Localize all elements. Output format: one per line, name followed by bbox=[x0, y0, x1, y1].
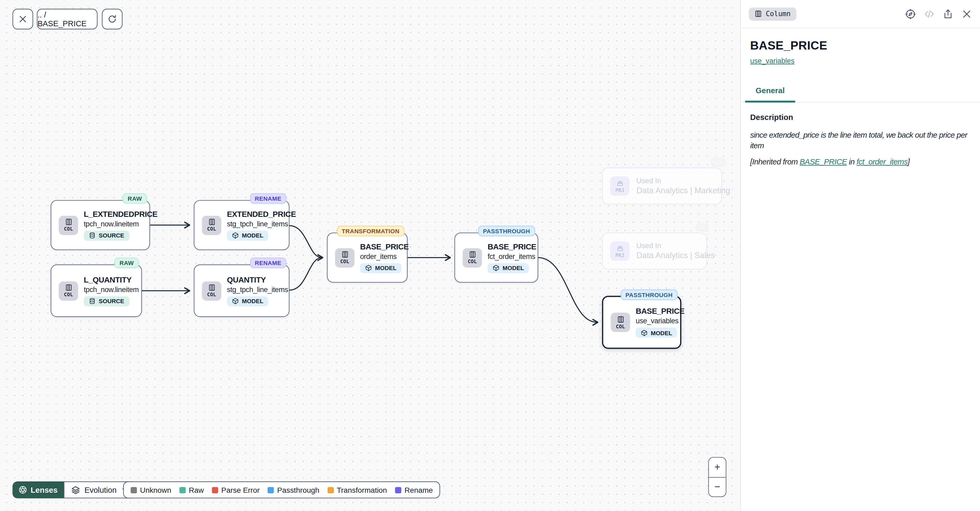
lineage-legend: Unknown Raw Parse Error Passthrough Tran… bbox=[123, 481, 440, 498]
panel-title: BASE_PRICE bbox=[750, 39, 971, 53]
ghost-node-label: Used In bbox=[636, 242, 715, 249]
ghost-node-used-in-sales[interactable]: PRJ Used In Data Analytics | Sales bbox=[602, 232, 707, 269]
node-kind-badge: SOURCE bbox=[84, 230, 129, 240]
close-panel-icon[interactable] bbox=[961, 8, 972, 19]
database-icon bbox=[89, 298, 95, 304]
inherited-column-link[interactable]: BASE_PRICE bbox=[800, 157, 847, 166]
description-text: since extended_price is the line item to… bbox=[750, 130, 969, 151]
description-label: Description bbox=[750, 113, 971, 122]
node-title: QUANTITY bbox=[227, 275, 288, 284]
column-type-icon: COL bbox=[463, 248, 482, 267]
aperture-icon bbox=[19, 486, 27, 494]
ghost-node-name: Data Analytics | Marketing bbox=[636, 186, 730, 195]
database-icon bbox=[89, 232, 95, 239]
ghost-badge bbox=[711, 158, 725, 166]
lineage-canvas[interactable]: .. / BASE_PRICE PRJ Used In Data Analyti… bbox=[0, 0, 740, 511]
lineage-node-base-price-fct-order-items[interactable]: PASSTHROUGH COL BASE_PRICE fct_order_ite… bbox=[455, 232, 538, 282]
project-type-icon: PRJ bbox=[610, 242, 630, 261]
node-title: EXTENDED_PRICE bbox=[227, 210, 289, 218]
app-window: .. / BASE_PRICE PRJ Used In Data Analyti… bbox=[0, 0, 980, 511]
column-type-icon: COL bbox=[59, 281, 78, 300]
legend-swatch bbox=[131, 487, 137, 493]
lineage-type-badge: RAW bbox=[115, 258, 139, 268]
node-kind-badge: MODEL bbox=[488, 263, 529, 273]
node-title: BASE_PRICE bbox=[488, 242, 536, 251]
node-subtitle: tpch_now.lineitem bbox=[84, 285, 139, 293]
breadcrumb[interactable]: .. / BASE_PRICE bbox=[37, 9, 97, 29]
node-subtitle: fct_order_items bbox=[488, 252, 536, 260]
column-type-icon: COL bbox=[335, 248, 355, 267]
legend-item-raw: Raw bbox=[180, 486, 204, 494]
zoom-in-button[interactable]: + bbox=[709, 458, 726, 477]
node-kind-badge: MODEL bbox=[227, 230, 269, 240]
lineage-node-quantity[interactable]: RENAME COL QUANTITY stg_tpch_line_items … bbox=[194, 264, 290, 317]
node-subtitle: use_variables bbox=[636, 317, 680, 324]
model-link[interactable]: use_variables bbox=[750, 57, 795, 64]
column-icon bbox=[208, 284, 215, 291]
legend-swatch bbox=[395, 487, 402, 493]
legend-item-transformation: Transformation bbox=[328, 486, 387, 494]
ghost-badge bbox=[696, 224, 709, 231]
lineage-type-badge: RAW bbox=[123, 193, 147, 204]
node-subtitle: order_items bbox=[360, 252, 407, 260]
legend-item-passthrough: Passthrough bbox=[268, 486, 320, 494]
lineage-node-extended-price[interactable]: RENAME COL EXTENDED_PRICE stg_tpch_line_… bbox=[194, 200, 290, 250]
lineage-node-base-price-use-variables[interactable]: PASSTHROUGH COL BASE_PRICE use_variables… bbox=[602, 296, 681, 349]
column-type-icon: COL bbox=[59, 215, 78, 235]
share-icon[interactable] bbox=[943, 8, 953, 19]
node-kind-badge: MODEL bbox=[360, 263, 402, 273]
layers-icon bbox=[71, 486, 80, 494]
node-subtitle: tpch_now.lineitem bbox=[84, 220, 149, 227]
refresh-button[interactable] bbox=[102, 9, 123, 29]
lineage-type-badge: TRANSFORMATION bbox=[337, 226, 404, 236]
node-title: BASE_PRICE bbox=[636, 307, 680, 315]
lineage-type-badge: RENAME bbox=[250, 258, 286, 268]
ghost-node-used-in-marketing[interactable]: PRJ Used In Data Analytics | Marketing bbox=[602, 167, 722, 204]
lineage-node-l-extendedprice[interactable]: RAW COL L_EXTENDEDPRICE tpch_now.lineite… bbox=[51, 200, 150, 250]
project-type-icon: PRJ bbox=[610, 176, 630, 196]
zoom-out-button[interactable]: − bbox=[709, 477, 726, 497]
lineage-type-badge: PASSTHROUGH bbox=[620, 290, 678, 300]
zoom-controls: + − bbox=[708, 457, 726, 497]
column-icon bbox=[754, 10, 762, 18]
node-title: L_QUANTITY bbox=[84, 275, 139, 284]
lineage-type-badge: PASSTHROUGH bbox=[478, 226, 535, 236]
panel-tabs: General bbox=[741, 81, 980, 103]
column-type-icon: COL bbox=[611, 313, 630, 332]
node-subtitle: stg_tpch_line_items bbox=[227, 285, 288, 293]
node-title: BASE_PRICE bbox=[360, 242, 407, 251]
refresh-icon bbox=[108, 14, 117, 24]
tab-general[interactable]: General bbox=[745, 81, 795, 102]
ghost-node-name: Data Analytics | Sales bbox=[636, 251, 715, 260]
column-icon bbox=[65, 218, 72, 226]
legend-swatch bbox=[180, 487, 186, 493]
model-cube-icon bbox=[232, 232, 239, 239]
lenses-label: Lenses bbox=[31, 486, 58, 494]
project-icon bbox=[616, 244, 624, 252]
lenses-button[interactable]: Lenses bbox=[13, 481, 64, 498]
node-kind-badge: MODEL bbox=[227, 296, 269, 306]
inherited-model-link[interactable]: fct_order_items bbox=[857, 157, 908, 166]
legend-item-rename: Rename bbox=[395, 486, 433, 494]
close-lineage-button[interactable] bbox=[13, 9, 33, 29]
column-type-icon: COL bbox=[202, 215, 221, 235]
model-cube-icon bbox=[493, 264, 500, 271]
column-icon bbox=[617, 315, 624, 323]
inherited-note: [Inherited from BASE_PRICE in fct_order_… bbox=[750, 157, 971, 166]
column-icon bbox=[469, 251, 476, 258]
legend-swatch bbox=[268, 487, 274, 493]
ghost-node-label: Used In bbox=[636, 177, 730, 184]
entity-type-badge: Column bbox=[749, 7, 796, 21]
model-cube-icon bbox=[641, 329, 648, 336]
column-icon bbox=[65, 284, 72, 291]
compass-icon[interactable] bbox=[905, 8, 916, 19]
model-cube-icon bbox=[365, 264, 372, 271]
legend-swatch bbox=[328, 487, 334, 493]
close-icon bbox=[18, 14, 27, 24]
lineage-node-l-quantity[interactable]: RAW COL L_QUANTITY tpch_now.lineitem SOU… bbox=[51, 264, 142, 317]
lineage-type-badge: RENAME bbox=[250, 193, 286, 204]
code-icon[interactable] bbox=[924, 8, 934, 19]
node-kind-badge: MODEL bbox=[636, 328, 678, 337]
lineage-node-base-price-order-items[interactable]: TRANSFORMATION COL BASE_PRICE order_item… bbox=[327, 232, 408, 282]
details-panel: Column BASE_PRICE bbox=[740, 0, 980, 511]
